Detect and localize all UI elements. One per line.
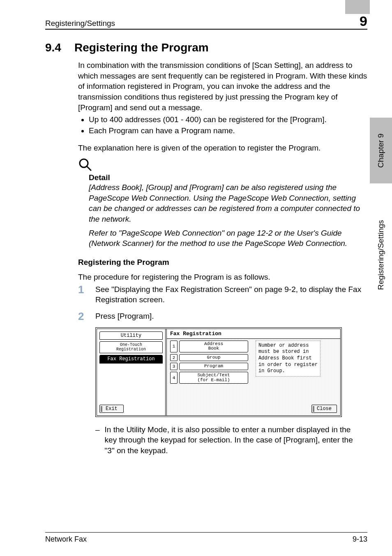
- bullet-list: Up to 400 addresses (001 - 400) can be r…: [78, 114, 367, 136]
- page-footer: Network Fax 9-13: [45, 532, 367, 544]
- chapter-number: 9: [360, 14, 367, 28]
- magnifier-icon: [78, 158, 367, 171]
- post-bullet-text: The explanation here is given of the ope…: [78, 143, 367, 153]
- section-heading-row: 9.4 Registering the Program: [45, 41, 367, 54]
- dash-note: – In the Utility Mode, it is also possib…: [95, 424, 358, 456]
- section-title: Registering the Program: [74, 41, 209, 54]
- utility-tab[interactable]: Utility: [99, 331, 163, 340]
- program-row: 3 Program: [170, 363, 248, 370]
- screenshot-button-column: 1 AddressBook 2 Group 3 Program 4: [170, 341, 248, 403]
- address-book-row: 1 AddressBook: [170, 341, 248, 352]
- row-number: 2: [170, 354, 178, 361]
- bullet-item: Each Program can have a Program name.: [89, 125, 367, 137]
- program-button[interactable]: Program: [179, 363, 248, 370]
- section-intro: In combination with the transmission con…: [78, 60, 367, 113]
- screenshot-info-text: Number or addressmust be stored inAddres…: [256, 341, 321, 377]
- fax-registration-tab[interactable]: Fax Registration: [99, 355, 163, 364]
- footer-left: Network Fax: [45, 535, 87, 544]
- procedure-lead: The procedure for registering the Progra…: [78, 272, 367, 283]
- row-number: 4: [170, 372, 178, 384]
- section-number: 9.4: [45, 41, 61, 54]
- detail-heading: Detail: [89, 173, 367, 182]
- subject-text-row: 4 Subject/Text(for E-mail): [170, 372, 248, 384]
- side-tab-section: Registering/Settings: [370, 189, 392, 321]
- step-1: 1 See "Displaying the Fax Registration S…: [78, 284, 367, 305]
- row-number: 1: [170, 341, 178, 352]
- bullet-item: Up to 400 addresses (001 - 400) can be r…: [89, 114, 367, 125]
- corner-accent: [345, 0, 370, 14]
- main-content: 9.4 Registering the Program In combinati…: [45, 30, 367, 456]
- step-text: Press [Program].: [95, 311, 154, 322]
- detail-para-2: Refer to "PageScope Web Connection" on p…: [89, 228, 367, 249]
- screenshot-right-pane: Fax Registration 1 AddressBook 2 Group 3: [167, 329, 340, 415]
- close-button[interactable]: Close: [311, 405, 337, 413]
- subject-text-button[interactable]: Subject/Text(for E-mail): [179, 372, 248, 384]
- subheading: Registering the Program: [78, 258, 367, 267]
- address-book-button[interactable]: AddressBook: [179, 341, 248, 352]
- screenshot-title: Fax Registration: [167, 329, 340, 339]
- page-header: Registering/Settings 9: [45, 14, 367, 30]
- row-number: 3: [170, 363, 178, 370]
- screenshot-left-pane: Utility One-TouchRegistration Fax Regist…: [97, 329, 167, 415]
- side-tab-chapter: Chapter 9: [370, 118, 392, 183]
- footer-right: 9-13: [353, 535, 367, 544]
- page: Registering/Settings 9 9.4 Registering t…: [0, 0, 392, 556]
- step-text: See "Displaying the Fax Registration Scr…: [95, 284, 367, 305]
- exit-button[interactable]: Exit: [99, 405, 124, 413]
- step-2: 2 Press [Program].: [78, 311, 367, 322]
- dash-note-text: In the Utility Mode, it is also possible…: [105, 424, 358, 456]
- device-screenshot: Utility One-TouchRegistration Fax Regist…: [95, 327, 342, 417]
- detail-para-1: [Address Book], [Group] and [Program] ca…: [89, 182, 367, 225]
- group-button[interactable]: Group: [179, 354, 248, 361]
- group-row: 2 Group: [170, 354, 248, 361]
- step-number: 2: [78, 311, 86, 322]
- dash-marker: –: [95, 424, 100, 456]
- running-head: Registering/Settings: [45, 19, 115, 28]
- step-number: 1: [78, 284, 86, 295]
- svg-line-1: [87, 166, 91, 170]
- one-touch-tab[interactable]: One-TouchRegistration: [99, 341, 163, 353]
